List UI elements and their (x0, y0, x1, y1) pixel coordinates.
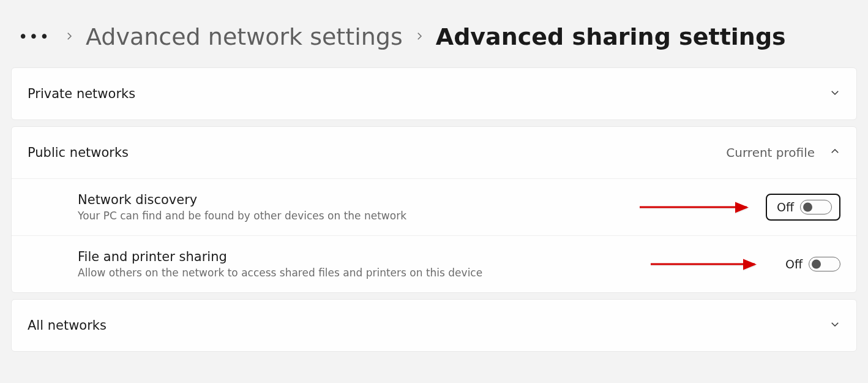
chevron-down-icon (829, 319, 840, 332)
annotation-arrow-icon (651, 264, 755, 265)
file-printer-label: File and printer sharing (78, 249, 482, 264)
network-discovery-toggle[interactable] (800, 200, 832, 214)
setting-network-discovery: Network discovery Your PC can find and b… (12, 178, 856, 235)
breadcrumb-parent-link[interactable]: Advanced network settings (86, 23, 403, 50)
chevron-down-icon (829, 87, 840, 100)
chevron-up-icon (829, 146, 840, 159)
toggle-knob-icon (803, 203, 812, 212)
section-private-header[interactable]: Private networks (12, 68, 856, 119)
network-discovery-desc: Your PC can find and be found by other d… (78, 210, 406, 222)
section-all-title: All networks (28, 318, 107, 333)
network-discovery-state: Off (777, 200, 794, 214)
network-discovery-toggle-group: Off (766, 194, 840, 221)
chevron-right-icon (64, 29, 75, 45)
section-all-header[interactable]: All networks (12, 300, 856, 351)
section-private-title: Private networks (28, 86, 135, 101)
section-public-title: Public networks (28, 145, 129, 160)
breadcrumb-overflow-button[interactable]: ••• (16, 28, 53, 46)
breadcrumb: ••• Advanced network settings Advanced s… (11, 11, 857, 67)
setting-file-printer-sharing: File and printer sharing Allow others on… (12, 235, 856, 292)
file-printer-desc: Allow others on the network to access sh… (78, 267, 482, 279)
file-printer-state: Off (785, 257, 803, 271)
chevron-right-icon (414, 29, 425, 45)
annotation-arrow-icon (640, 207, 747, 208)
file-printer-toggle[interactable] (809, 257, 840, 271)
section-private-networks: Private networks (11, 67, 857, 120)
network-discovery-label: Network discovery (78, 192, 406, 207)
file-printer-toggle-group: Off (785, 257, 840, 271)
section-all-networks: All networks (11, 299, 857, 352)
page-title: Advanced sharing settings (436, 23, 786, 50)
toggle-knob-icon (812, 260, 821, 269)
section-public-header[interactable]: Public networks Current profile (12, 127, 856, 178)
section-public-networks: Public networks Current profile Network … (11, 126, 857, 293)
current-profile-badge: Current profile (726, 145, 815, 160)
